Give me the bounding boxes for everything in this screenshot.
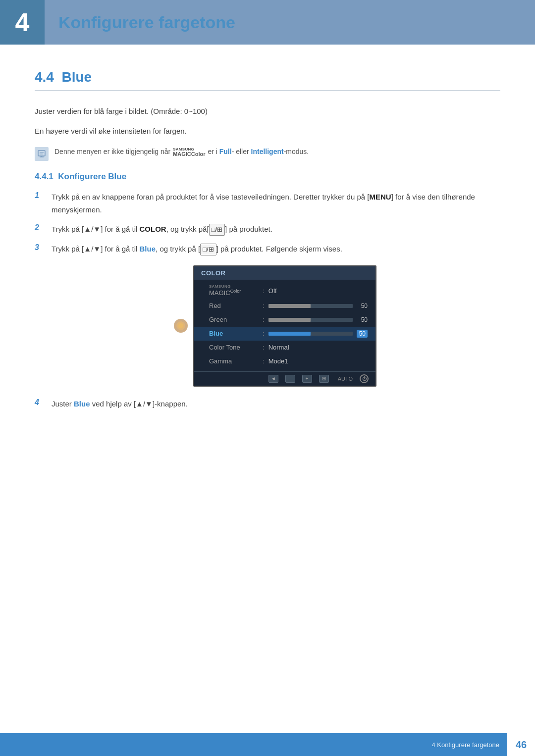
steps-list: 1 Trykk på en av knappene foran på produ… bbox=[35, 191, 500, 255]
step4-blue-word: Blue bbox=[74, 400, 90, 408]
osd-row-green: Green : 50 bbox=[194, 313, 375, 327]
chapter-number: 4 bbox=[0, 0, 45, 45]
step-3-number: 3 bbox=[35, 243, 46, 252]
monitor-icon bbox=[172, 317, 189, 334]
footer-page-number: 46 bbox=[507, 733, 535, 756]
osd-gamma-value: Mode1 bbox=[268, 357, 368, 365]
osd-green-label: Green bbox=[209, 316, 259, 323]
monitor-container: COLOR SAMSUNG MAGICColor : Off bbox=[74, 265, 500, 386]
menu-keyword: MENU bbox=[369, 193, 391, 201]
osd-bottom-bar: ◄ — + ⊞ AUTO ⏻ bbox=[194, 371, 375, 386]
osd-title-bar: COLOR bbox=[194, 266, 375, 280]
body-para-2: En høyere verdi vil øke intensiteten for… bbox=[35, 125, 500, 138]
magic-label: MAGICColor bbox=[173, 151, 205, 157]
osd-magic-color-value: Off bbox=[268, 287, 368, 295]
osd-row-red: Red : 50 bbox=[194, 299, 375, 313]
osd-magic-color-label: SAMSUNG MAGICColor bbox=[209, 285, 259, 297]
step-1-number: 1 bbox=[35, 191, 46, 200]
osd-blue-bar: 50 bbox=[268, 330, 368, 338]
section-number: 4.4 bbox=[35, 69, 54, 85]
osd-screen: COLOR SAMSUNG MAGICColor : Off bbox=[193, 265, 376, 386]
step-4: 4 Juster Blue ved hjelp av [▲/▼]-knappen… bbox=[35, 398, 500, 410]
osd-row-color-tone: Color Tone : Normal bbox=[194, 341, 375, 354]
monitor-wrap: COLOR SAMSUNG MAGICColor : Off bbox=[193, 265, 381, 386]
step-2: 2 Trykk på [▲/▼] for å gå til COLOR, og … bbox=[35, 223, 500, 236]
step-1-text: Trykk på en av knappene foran på produkt… bbox=[52, 191, 500, 216]
step-4-list: 4 Juster Blue ved hjelp av [▲/▼]-knappen… bbox=[35, 398, 500, 410]
blue-keyword: Blue bbox=[140, 245, 156, 253]
step-3: 3 Trykk på [▲/▼] for å gå til Blue, og t… bbox=[35, 243, 500, 255]
osd-btn-plus: + bbox=[302, 375, 312, 383]
step-1: 1 Trykk på en av knappene foran på produ… bbox=[35, 191, 500, 216]
header-title: Konfigurere fargetone bbox=[45, 13, 235, 32]
svg-point-7 bbox=[178, 323, 183, 328]
enter-btn-2: □/⊞ bbox=[209, 224, 225, 236]
section-title: Blue bbox=[62, 69, 92, 85]
step-3-text: Trykk på [▲/▼] for å gå til Blue, og try… bbox=[52, 243, 500, 255]
osd-green-bar: 50 bbox=[268, 316, 368, 323]
osd-red-label: Red bbox=[209, 302, 259, 309]
main-content: 4.4 Blue Juster verdien for blå farge i … bbox=[0, 45, 535, 456]
step-4-text: Juster Blue ved hjelp av [▲/▼]-knappen. bbox=[52, 398, 500, 410]
footer: 4 Konfigurere fargetone 46 bbox=[0, 733, 535, 756]
osd-row-magic-color: SAMSUNG MAGICColor : Off bbox=[194, 283, 375, 299]
svg-rect-0 bbox=[38, 151, 45, 156]
section-heading: 4.4 Blue bbox=[35, 69, 500, 91]
color-keyword: COLOR bbox=[140, 225, 166, 233]
note-full-bold: Full bbox=[219, 148, 232, 155]
osd-red-bar: 50 bbox=[268, 302, 368, 309]
note-box: Denne menyen er ikke tilgjengelig når SA… bbox=[35, 146, 500, 161]
osd-btn-minus: — bbox=[285, 375, 295, 383]
note-icon bbox=[35, 147, 49, 161]
osd-blue-label: Blue bbox=[209, 330, 259, 337]
note-intelligent-bold: Intelligent bbox=[251, 148, 284, 155]
osd-power-btn: ⏻ bbox=[360, 374, 369, 383]
osd-btn-left: ◄ bbox=[268, 375, 278, 383]
header-banner: 4 Konfigurere fargetone bbox=[0, 0, 535, 45]
osd-color-tone-value: Normal bbox=[268, 344, 368, 351]
osd-gamma-label: Gamma bbox=[209, 357, 259, 365]
osd-menu: SAMSUNG MAGICColor : Off Red : bbox=[194, 280, 375, 371]
osd-btn-enter: ⊞ bbox=[319, 375, 329, 383]
footer-text: 4 Konfigurere fargetone bbox=[431, 741, 507, 749]
osd-row-blue: Blue : 50 bbox=[194, 327, 375, 341]
body-para-1: Juster verdien for blå farge i bildet. (… bbox=[35, 105, 500, 118]
subsection-heading: 4.4.1 Konfigurere Blue bbox=[35, 172, 500, 182]
step-2-text: Trykk på [▲/▼] for å gå til COLOR, og tr… bbox=[52, 223, 500, 236]
enter-btn-3: □/⊞ bbox=[200, 244, 216, 255]
step-4-number: 4 bbox=[35, 398, 46, 407]
samsung-magic-label: SAMSUNGMAGICColor bbox=[173, 148, 205, 157]
osd-row-gamma: Gamma : Mode1 bbox=[194, 354, 375, 368]
osd-auto-text: AUTO bbox=[338, 376, 353, 382]
note-text: Denne menyen er ikke tilgjengelig når SA… bbox=[54, 146, 309, 157]
step-2-number: 2 bbox=[35, 223, 46, 232]
osd-color-tone-label: Color Tone bbox=[209, 344, 259, 351]
